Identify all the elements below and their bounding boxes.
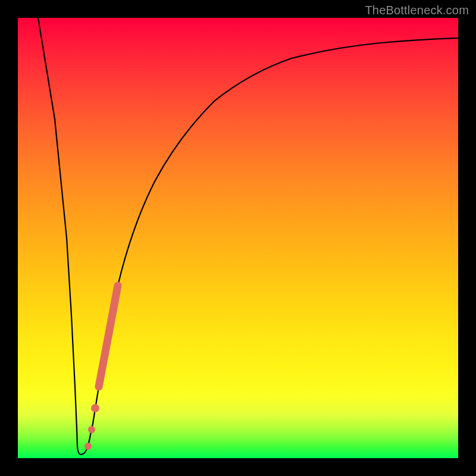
plot-area <box>18 18 458 458</box>
marker-group <box>84 286 118 450</box>
attribution-text: TheBottleneck.com <box>365 4 469 17</box>
chart-svg <box>18 18 458 458</box>
marker-dot <box>91 404 99 412</box>
marker-segment <box>99 286 118 387</box>
chart-frame: TheBottleneck.com <box>0 0 476 476</box>
marker-dot <box>84 443 92 450</box>
marker-dot <box>88 426 95 433</box>
